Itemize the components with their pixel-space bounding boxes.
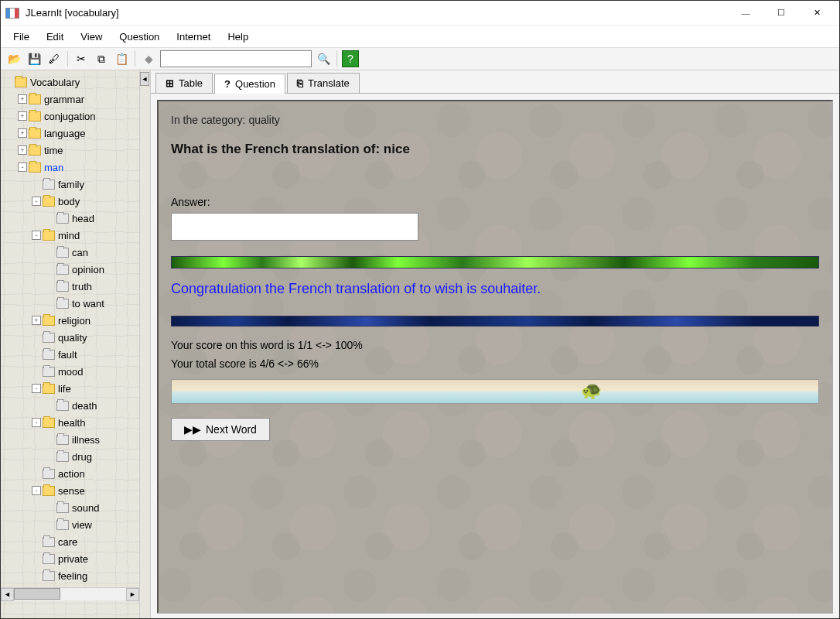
tree-item-language[interactable]: +language	[1, 125, 139, 142]
scroll-left-icon[interactable]: ◄	[1, 588, 14, 601]
folder-icon	[43, 350, 55, 360]
search-input[interactable]	[160, 50, 312, 67]
spacer	[46, 401, 55, 410]
tree-item-conjugation[interactable]: +conjugation	[1, 108, 139, 125]
open-icon[interactable]: 📂	[5, 50, 22, 67]
menu-help[interactable]: Help	[220, 28, 256, 46]
maximize-button[interactable]: ☐	[763, 2, 799, 25]
separator	[67, 51, 68, 67]
cut-icon[interactable]: ✂	[73, 50, 90, 67]
tree-item-to-want[interactable]: to want	[1, 295, 139, 312]
tree-item-action[interactable]: action	[1, 465, 139, 482]
scroll-right-icon[interactable]: ►	[126, 588, 139, 601]
tree-label: quality	[58, 332, 87, 344]
tree-label: sense	[58, 485, 85, 497]
table-icon: ⊞	[166, 77, 174, 89]
tree-item-mind[interactable]: -mind	[1, 227, 139, 244]
tree-item-can[interactable]: can	[1, 244, 139, 261]
tree-item-death[interactable]: death	[1, 397, 139, 414]
menu-file[interactable]: File	[5, 28, 37, 46]
tree-item-health[interactable]: -health	[1, 414, 139, 431]
tree-label: time	[44, 145, 63, 156]
collapse-icon[interactable]: -	[32, 197, 41, 206]
next-word-button[interactable]: ▶▶ Next Word	[171, 418, 270, 441]
menu-view[interactable]: View	[73, 28, 110, 46]
spacer	[46, 214, 55, 223]
horizontal-scrollbar[interactable]: ◄ ►	[1, 587, 139, 600]
collapse-icon[interactable]: ◄	[140, 72, 149, 86]
turtle-icon: 🐢	[581, 381, 602, 401]
menu-bar: FileEditViewQuestionInternetHelp	[1, 26, 839, 47]
paste-icon[interactable]: 📋	[113, 50, 130, 67]
tree-item-care[interactable]: care	[1, 533, 139, 550]
tree-item-private[interactable]: private	[1, 550, 139, 567]
tree-item-life[interactable]: -life	[1, 380, 139, 397]
menu-question[interactable]: Question	[111, 28, 167, 46]
tree-item-religion[interactable]: +religion	[1, 312, 139, 329]
expand-icon[interactable]: +	[18, 145, 27, 155]
scroll-thumb[interactable]	[14, 588, 60, 600]
tree-item-quality[interactable]: quality	[1, 329, 139, 346]
tree-label: religion	[58, 315, 90, 327]
folder-icon	[29, 128, 41, 139]
tree-label: life	[58, 383, 71, 395]
copy-icon[interactable]: ⧉	[93, 50, 110, 67]
tree-label: family	[58, 179, 84, 190]
tab-table[interactable]: ⊞Table	[155, 73, 213, 93]
folder-icon	[56, 452, 69, 462]
answer-input[interactable]	[171, 213, 418, 241]
folder-icon	[29, 162, 41, 173]
tree-item-family[interactable]: family	[1, 176, 139, 193]
spacer	[46, 282, 55, 291]
tree-item-opinion[interactable]: opinion	[1, 261, 139, 278]
tab-question[interactable]: ?Question	[214, 74, 285, 94]
window-title: JLearnIt [vocabulary]	[26, 7, 728, 19]
translate-icon: ⎘	[297, 77, 303, 89]
tree-item-sound[interactable]: sound	[1, 499, 139, 516]
expand-icon[interactable]: +	[32, 316, 41, 325]
tree-item-drug[interactable]: drug	[1, 448, 139, 465]
tree-label: sound	[72, 502, 99, 514]
question-text: What is the French translation of: nice	[171, 142, 819, 157]
find-icon[interactable]: 🔍	[315, 50, 332, 67]
tree-item-sense[interactable]: -sense	[1, 482, 139, 499]
tree-item-head[interactable]: head	[1, 210, 139, 227]
title-bar: JLearnIt [vocabulary] — ☐ ✕	[1, 1, 839, 26]
category-tree[interactable]: Vocabulary +grammar+conjugation+language…	[1, 70, 140, 619]
collapse-icon[interactable]: -	[18, 162, 27, 172]
scroll-track[interactable]	[14, 588, 126, 600]
collapse-icon[interactable]: -	[32, 384, 41, 393]
splitter[interactable]: ◄	[140, 70, 151, 619]
folder-icon	[15, 77, 27, 87]
tree-item-fault[interactable]: fault	[1, 346, 139, 363]
tree-label: private	[58, 553, 88, 565]
help-icon[interactable]: ?	[342, 50, 359, 67]
expand-icon[interactable]: +	[18, 111, 27, 121]
tree-item-grammar[interactable]: +grammar	[1, 91, 139, 108]
divider-bar-green	[171, 256, 819, 268]
menu-edit[interactable]: Edit	[39, 28, 71, 46]
menu-internet[interactable]: Internet	[169, 28, 218, 46]
save-icon[interactable]: 💾	[26, 50, 43, 67]
tab-translate[interactable]: ⎘Translate	[287, 73, 360, 93]
tree-root[interactable]: Vocabulary	[1, 74, 139, 91]
expand-icon[interactable]: +	[18, 128, 27, 138]
collapse-icon[interactable]: -	[32, 231, 41, 240]
tree-item-body[interactable]: -body	[1, 193, 139, 210]
collapse-icon[interactable]: -	[32, 418, 41, 427]
tree-item-time[interactable]: +time	[1, 142, 139, 159]
close-button[interactable]: ✕	[799, 2, 835, 25]
tree-item-truth[interactable]: truth	[1, 278, 139, 295]
tree-item-man[interactable]: -man	[1, 159, 139, 176]
spacer	[46, 452, 55, 461]
tree-item-illness[interactable]: illness	[1, 431, 139, 448]
tree-item-view[interactable]: view	[1, 516, 139, 533]
print-icon[interactable]: 🖋	[46, 50, 63, 67]
expand-icon[interactable]: +	[18, 94, 27, 104]
folder-icon	[43, 333, 55, 343]
toolbar: 📂 💾 🖋 ✂ ⧉ 📋 ◆ 🔍 ?	[1, 47, 839, 70]
tree-item-feeling[interactable]: feeling	[1, 567, 139, 584]
tree-item-mood[interactable]: mood	[1, 363, 139, 380]
collapse-icon[interactable]: -	[32, 486, 41, 495]
minimize-button[interactable]: —	[728, 2, 763, 25]
